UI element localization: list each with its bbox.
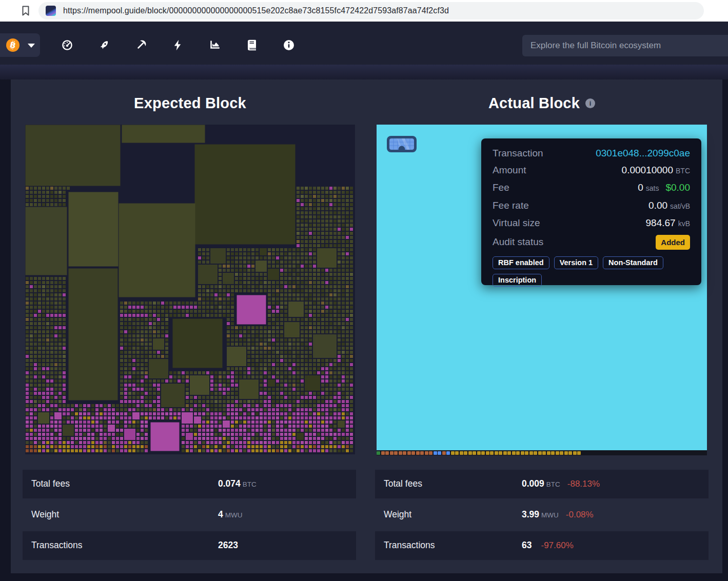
info-circle-icon[interactable] — [283, 39, 295, 51]
tooltip-label: Fee rate — [493, 199, 529, 211]
transaction-id-link[interactable]: 0301e048...2099c0ae — [596, 147, 690, 159]
nav-icons — [61, 39, 295, 51]
table-row: Total fees 0.074BTC — [23, 470, 356, 498]
stat-label: Weight — [384, 509, 411, 520]
site-favicon — [46, 6, 56, 16]
table-row: Weight 3.99MWU-0.08% — [375, 500, 709, 529]
bitcoin-network-dropdown[interactable]: B — [0, 33, 40, 57]
fee-value: 0sats$0.00 — [638, 182, 690, 194]
chevron-down-icon — [28, 44, 35, 48]
bookmark-icon[interactable] — [19, 5, 32, 17]
flag-badge: RBF enabled — [493, 256, 549, 269]
flag-badge: Non-Standard — [603, 256, 663, 269]
transaction-flags: RBF enabled Version 1 Non-Standard Inscr… — [493, 256, 690, 287]
fee-rate-value: 0.00sat/vB — [648, 199, 690, 212]
table-row: Total fees 0.009BTC-88.13% — [375, 470, 709, 498]
lightning-bolt-icon[interactable] — [172, 39, 184, 51]
tooltip-label: Transaction — [493, 147, 543, 159]
search-box — [522, 35, 728, 56]
stat-label: Weight — [31, 509, 59, 520]
url-text: https://mempool.guide/block/000000000000… — [63, 6, 449, 15]
expected-block-title: Expected Block — [25, 95, 355, 116]
actual-block-tx-strip[interactable] — [377, 450, 707, 455]
chart-area-icon[interactable] — [209, 39, 221, 51]
delta-percent: -97.60% — [541, 540, 573, 550]
flag-badge: Version 1 — [554, 256, 598, 269]
transaction-tooltip: Transaction 0301e048...2099c0ae Amount 0… — [481, 138, 701, 285]
search-input[interactable] — [522, 35, 728, 56]
docs-book-icon[interactable] — [246, 39, 258, 51]
browser-bar: https://mempool.guide/block/000000000000… — [0, 0, 728, 22]
fee-usd: $0.00 — [665, 182, 690, 193]
expected-treemap-canvas[interactable] — [25, 125, 355, 454]
rocket-icon[interactable] — [98, 39, 110, 51]
navbar: B — [0, 22, 728, 65]
address-bar[interactable]: https://mempool.guide/block/000000000000… — [38, 2, 704, 19]
stat-label: Total fees — [31, 478, 70, 489]
goggles-inscription-icon — [386, 134, 417, 154]
mining-pick-icon[interactable] — [135, 39, 147, 51]
table-row: Transactions 2623 — [23, 531, 356, 560]
audit-status-badge: Added — [656, 235, 690, 250]
dashboard-gauge-icon[interactable] — [61, 39, 73, 51]
tooltip-label: Amount — [493, 164, 526, 176]
expected-stats-table: Total fees 0.074BTC Weight 4MWU Transact… — [23, 470, 356, 562]
stat-label: Total fees — [384, 478, 422, 489]
page: https://mempool.guide/block/000000000000… — [0, 0, 728, 581]
info-icon[interactable]: i — [585, 98, 595, 108]
delta-percent: -0.08% — [566, 510, 594, 519]
bitcoin-logo-icon: B — [6, 38, 19, 52]
block-audit-card: Expected Block Actual Blocki Transaction… — [11, 79, 722, 573]
flag-badge: Inscription — [493, 274, 542, 287]
actual-stats-table: Total fees 0.009BTC-88.13% Weight 3.99MW… — [375, 470, 709, 562]
subnav-gradient — [0, 65, 728, 79]
tooltip-label: Fee — [493, 182, 509, 193]
amount-value: 0.00010000BTC — [622, 164, 690, 177]
tooltip-label: Audit status — [493, 236, 543, 248]
tooltip-label: Virtual size — [493, 217, 540, 229]
delta-percent: -88.13% — [567, 479, 600, 489]
virtual-size-value: 984.67kvB — [646, 217, 690, 230]
table-row: Weight 4MWU — [23, 500, 356, 529]
actual-block-title: Actual Blocki — [377, 95, 707, 116]
table-row: Transactions 63-97.60% — [375, 531, 709, 560]
stat-label: Transactions — [384, 540, 435, 551]
stat-label: Transactions — [31, 540, 83, 551]
